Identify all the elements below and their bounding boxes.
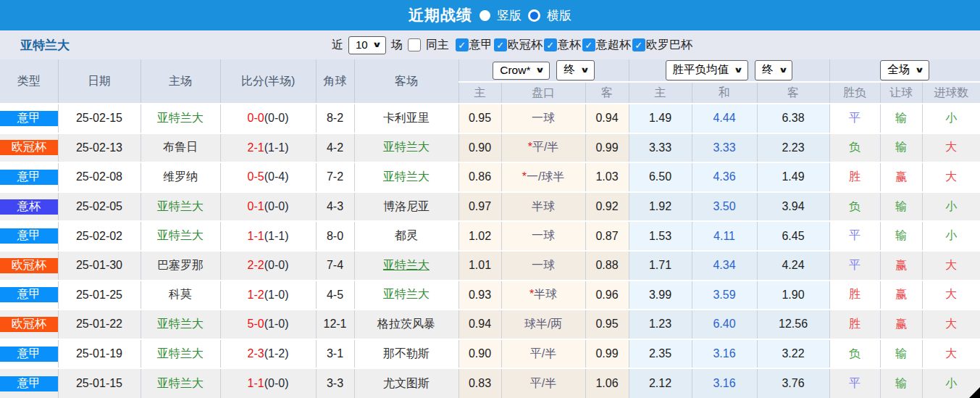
horizontal-view-radio[interactable] (528, 9, 540, 22)
corner-score: 3-1 (316, 339, 354, 369)
home-team[interactable]: 亚特兰大 (157, 318, 204, 330)
avg-away-odds: 4.24 (757, 251, 829, 281)
avg-odds-select[interactable]: 胜平负均值∨ (666, 60, 748, 80)
match-result: 胜 (829, 310, 880, 339)
goals-result: 大 (922, 281, 980, 310)
avg-away-odds: 6.45 (757, 221, 829, 251)
match-date: 25-02-05 (58, 192, 141, 222)
full-time-score: 1-2 (248, 289, 264, 301)
filter-bar: 亚特兰大 近 10 ∨ 场 同主 ✓ 意甲 ✓ 欧冠杯 ✓ 意杯 ✓ 意超杯 ✓… (0, 30, 980, 59)
away-team[interactable]: 亚特兰大 (383, 259, 430, 271)
match-result: 胜 (829, 162, 880, 192)
away-team[interactable]: 亚特兰大 (383, 170, 430, 183)
sub-header-handicap-result: 让球 (880, 82, 922, 104)
scope-select[interactable]: 全场∨ (880, 60, 929, 80)
table-row: 欧冠杯 25-01-30 巴塞罗那 2-2(0-0) 7-4 亚特兰大 1.01… (0, 251, 980, 281)
full-time-score: 1-1 (248, 230, 264, 242)
handicap-result: 赢 (880, 251, 922, 281)
goals-result: 小 (922, 104, 980, 133)
avg-draw-odds: 3.50 (692, 192, 757, 222)
league-filter: ✓ 意超杯 (582, 38, 631, 53)
handicap-result: 输 (880, 133, 922, 163)
avg-home-odds: 3.99 (629, 281, 692, 310)
league-checkbox[interactable]: ✓ (582, 38, 595, 51)
sub-header-avg-home: 主 (629, 82, 692, 104)
home-team-cell: 科莫 (141, 281, 220, 310)
avg-final-select[interactable]: 终∨ (755, 60, 792, 80)
handicap-result: 输 (880, 221, 922, 251)
avg-home-odds: 1.71 (629, 251, 692, 281)
home-team-cell: 亚特兰大 (141, 368, 220, 398)
corner-score: 8-0 (316, 221, 354, 251)
away-team[interactable]: 亚特兰大 (383, 141, 430, 153)
league-type-cell: 欧冠杯 (0, 251, 58, 281)
corner-score: 4-3 (316, 192, 354, 222)
handicap-value: 球半/两 (524, 318, 562, 330)
handicap-result: 赢 (880, 162, 922, 192)
handicap-value: 一球 (532, 229, 555, 241)
handicap-result: 输 (880, 104, 922, 133)
away-team: 博洛尼亚 (383, 200, 430, 212)
home-team[interactable]: 亚特兰大 (157, 229, 204, 241)
half-time-score: (1-0) (264, 289, 289, 301)
horizontal-view-label[interactable]: 横版 (547, 7, 571, 24)
league-badge: 意甲 (0, 347, 58, 362)
avg-draw-odds: 6.40 (692, 310, 757, 339)
crow-home-odds: 0.95 (458, 104, 501, 133)
league-badge: 意甲 (0, 376, 58, 391)
score-cell: 5-0(1-0) (220, 310, 316, 339)
filter-controls: 近 10 ∨ 场 同主 ✓ 意甲 ✓ 欧冠杯 ✓ 意杯 ✓ 意超杯 ✓ 欧罗巴杯 (332, 30, 692, 59)
col-header-away: 客场 (354, 59, 458, 104)
home-team[interactable]: 亚特兰大 (157, 112, 204, 124)
bookmaker-select[interactable]: Crow*∨ (493, 62, 550, 80)
match-date: 25-02-15 (58, 104, 141, 133)
home-team[interactable]: 亚特兰大 (157, 200, 204, 212)
vertical-view-radio[interactable] (479, 10, 490, 21)
sub-header-avg-draw: 和 (692, 82, 757, 104)
chevron-down-icon: ∨ (372, 40, 381, 49)
handicap-cell: *半球 (501, 281, 585, 310)
crow-away-odds: 0.87 (585, 221, 629, 251)
goals-result: 大 (922, 339, 980, 369)
away-team: 尤文图斯 (383, 377, 430, 389)
match-count-select[interactable]: 10 ∨ (348, 36, 386, 54)
avg-away-odds: 6.38 (757, 104, 829, 133)
league-type-cell: 意甲 (0, 339, 58, 369)
handicap-cell: *一/球半 (501, 162, 585, 192)
recent-results-panel: 近期战绩 竖版 横版 亚特兰大 近 10 ∨ 场 同主 ✓ 意甲 ✓ 欧冠杯 ✓… (0, 0, 980, 398)
league-type-cell: 欧冠杯 (0, 133, 58, 163)
away-team-cell: 亚特兰大 (354, 251, 458, 281)
home-team[interactable]: 亚特兰大 (157, 377, 204, 389)
crow-home-odds: 1.02 (458, 221, 501, 251)
home-team[interactable]: 亚特兰大 (157, 347, 204, 360)
home-team-cell: 亚特兰大 (141, 310, 220, 339)
league-label: 欧冠杯 (508, 38, 543, 53)
away-team[interactable]: 亚特兰大 (383, 288, 430, 300)
goals-result: 大 (922, 133, 980, 163)
handicap-cell: 一球 (501, 251, 585, 281)
league-checkbox[interactable]: ✓ (494, 38, 507, 51)
league-filter: ✓ 意甲 (456, 38, 493, 53)
league-type-cell: 意杯 (0, 192, 58, 222)
team-name: 亚特兰大 (20, 37, 70, 54)
away-team-cell: 卡利亚里 (354, 104, 458, 133)
sub-header-avg-away: 客 (757, 82, 829, 104)
home-team-cell: 亚特兰大 (141, 339, 220, 369)
home-team: 维罗纳 (163, 170, 198, 183)
away-team-cell: 亚特兰大 (354, 162, 458, 192)
goals-result: 小 (922, 192, 980, 222)
league-checkbox[interactable]: ✓ (544, 38, 557, 51)
league-type-cell: 意甲 (0, 162, 58, 192)
league-badge: 欧冠杯 (0, 258, 58, 273)
half-time-score: (0-0) (264, 377, 289, 389)
vertical-view-label[interactable]: 竖版 (497, 7, 522, 24)
league-checkbox[interactable]: ✓ (632, 38, 645, 51)
league-badge: 欧冠杯 (0, 140, 58, 155)
handicap-cell: 平/半 (501, 339, 585, 369)
league-checkbox[interactable]: ✓ (456, 38, 469, 51)
bookmaker-final-select[interactable]: 终∨ (556, 60, 594, 80)
bookmaker-header-cell: Crow*∨ 终∨ (458, 59, 629, 82)
avg-away-odds: 1.49 (757, 162, 829, 192)
bookmaker-select-value: Crow* (500, 64, 530, 77)
same-home-checkbox[interactable] (408, 38, 421, 51)
